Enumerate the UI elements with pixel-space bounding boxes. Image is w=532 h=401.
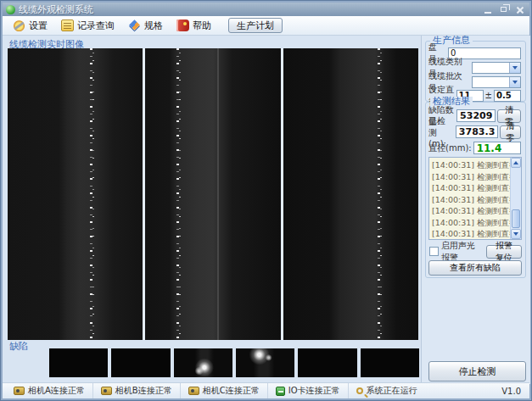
camera-icon [14,387,25,395]
scroll-down-icon[interactable] [511,229,521,239]
toolbar-item-label: 规格 [144,19,163,32]
camera-a-image [8,48,143,340]
alarm-reset-button[interactable]: 报警复位 [486,245,522,259]
right-panel: 生产信息 盘号: 线缆类别号: 线缆批次号: 设定直径: ± [421,36,530,384]
close-icon [516,6,524,14]
scrollbar-thumb[interactable] [512,209,520,228]
status-label: 相机C连接正常 [203,385,260,397]
toolbar-item-help[interactable]: 帮助 [171,18,216,34]
wire-edge-line [217,48,219,340]
chevron-down-icon[interactable] [509,63,520,73]
defect-thumbnail[interactable] [49,348,108,377]
plus-minus-sign: ± [485,91,492,100]
status-label: 相机B连接正常 [115,385,172,397]
wire-edge-speckle [179,48,181,340]
settings-icon [13,19,25,31]
diameter-label: 直径(mm): [428,142,472,154]
toolbar-item-specs[interactable]: 规格 [123,18,168,34]
log-entry: [14:00:31] 检测到直径不合格 [432,159,508,171]
window-controls [481,4,526,14]
status-io-card: IO卡连接正常 [268,383,349,398]
toolbar-item-label: 帮助 [193,19,211,32]
log-scrollbar[interactable] [510,158,521,239]
titlebar: 线缆外观检测系统 [3,3,529,16]
log-entry: [14:00:31] 检测到直径不合格 [432,228,508,240]
close-button[interactable] [513,4,526,14]
io-card-icon [276,387,285,396]
app-window: 线缆外观检测系统 设置 记录查询 规格 帮助 生产计划 线缆检测实时图像 [0,0,532,401]
defect-thumbnail[interactable] [236,348,294,377]
restore-icon [501,7,507,12]
help-icon [176,19,189,31]
version-label: V1.0 [501,387,526,396]
camera-c-image [283,48,418,340]
status-system-running: 系统正在运行 [349,383,425,398]
log-entry: [14:00:31] 检测到直径不合格 [432,217,508,229]
specs-icon [128,19,141,31]
wire-edge-speckle [380,48,382,340]
toolbar-item-settings[interactable]: 设置 [8,18,53,34]
defect-thumbnail[interactable] [174,348,232,377]
statusbar: 相机A连接正常 相机B连接正常 相机C连接正常 IO卡连接正常 系统正在运行 V… [3,382,529,398]
records-query-icon [61,19,74,31]
log-entry: [14:00:31] 检测到直径不合格 [432,205,508,217]
chevron-down-icon[interactable] [509,77,520,87]
tolerance-input[interactable] [494,90,521,102]
camera-icon [188,387,199,395]
minimize-button[interactable] [481,4,494,14]
stop-detection-button[interactable]: 停止检测 [428,361,526,382]
log-entry: [14:00:31] 检测到直径不合格 [432,194,508,206]
defect-thumbnail-strip [49,348,419,377]
view-all-defects-button[interactable]: 查看所有缺陷 [428,260,522,276]
clear-measured-length-button[interactable]: 清零 [500,125,521,139]
status-camera-b: 相机B连接正常 [93,383,181,398]
status-label: 系统正在运行 [367,385,417,397]
alarm-enable-checkbox[interactable] [429,247,439,256]
wire-edge-speckle [92,48,94,340]
log-entry: [14:00:31] 检测到直径不合格 [432,171,508,183]
production-info-group: 生产信息 盘号: 线缆类别号: 线缆批次号: 设定直径: ± [425,41,526,102]
production-plan-button[interactable]: 生产计划 [228,18,283,33]
toolbar-item-label: 设置 [29,19,48,32]
restore-button[interactable] [497,4,510,14]
defect-count-value: 53209 [456,109,496,122]
cable-batch-select[interactable] [472,76,521,88]
measured-length-value: 3783.3 [456,125,498,138]
detection-log-list[interactable]: [14:00:31] 检测到直径不合格 [14:00:31] 检测到直径不合格 … [428,157,522,240]
search-icon [356,387,363,394]
app-icon [6,5,15,14]
defect-thumbnail[interactable] [298,348,356,377]
status-camera-c: 相机C连接正常 [181,383,268,398]
window-title: 线缆外观检测系统 [19,3,481,16]
log-entry: [14:00:31] 检测到直径不合格 [432,182,508,194]
detection-results-group: 检测结果 缺陷数量: 53209 清零 已检测(m): 3783.3 清零 直径… [425,102,526,278]
minimize-icon [484,12,491,14]
defect-thumbnail[interactable] [111,348,170,377]
status-camera-a: 相机A连接正常 [6,383,93,398]
status-label: IO卡连接正常 [288,385,340,397]
toolbar-item-label: 记录查询 [77,19,115,32]
defect-strip-label: 缺陷 [9,340,28,353]
cable-category-select[interactable] [472,62,521,74]
scroll-up-icon[interactable] [511,158,521,168]
toolbar-item-records-query[interactable]: 记录查询 [56,18,120,34]
camera-icon [101,387,112,395]
diameter-value: 11.4 [473,142,521,154]
camera-live-view [8,48,418,340]
toolbar: 设置 记录查询 规格 帮助 生产计划 [3,16,529,36]
defect-thumbnail[interactable] [361,348,419,377]
status-label: 相机A连接正常 [28,385,85,397]
camera-b-image [145,48,280,340]
